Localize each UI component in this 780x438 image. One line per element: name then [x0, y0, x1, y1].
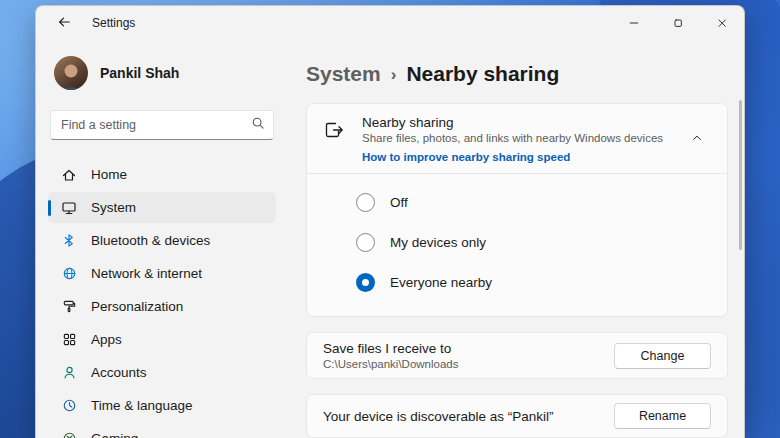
save-files-text: Save files I receive to C:\Users\panki\D…	[323, 341, 459, 370]
titlebar: Settings	[36, 6, 744, 40]
sidebar-item-personalization[interactable]: Personalization	[48, 291, 276, 322]
sidebar-item-system[interactable]: System	[48, 192, 276, 223]
breadcrumb-separator-icon: ›	[391, 65, 397, 85]
setting-title: Your device is discoverable as “Pankil”	[323, 409, 554, 424]
profile-card[interactable]: Pankil Shah	[48, 52, 276, 94]
minimize-button[interactable]	[612, 6, 656, 40]
discoverable-text: Your device is discoverable as “Pankil”	[323, 409, 554, 424]
sidebar-item-label: Personalization	[91, 299, 183, 314]
sidebar-item-label: Home	[91, 167, 127, 182]
nearby-share-icon	[323, 119, 345, 145]
sidebar-item-accounts[interactable]: Accounts	[48, 357, 276, 388]
back-button[interactable]	[50, 11, 78, 35]
chevron-up-icon	[691, 130, 703, 148]
search-icon	[251, 116, 265, 134]
sidebar-item-apps[interactable]: Apps	[48, 324, 276, 355]
nearby-sharing-text: Nearby sharing Share files, photos, and …	[362, 115, 663, 163]
minimize-icon	[628, 17, 640, 29]
sidebar-item-home[interactable]: Home	[48, 159, 276, 190]
device-discoverable-row: Your device is discoverable as “Pankil” …	[306, 394, 728, 438]
maximize-icon	[672, 17, 684, 29]
main-content: System › Nearby sharing	[288, 40, 744, 438]
apps-icon	[61, 332, 77, 348]
sidebar-item-bluetooth-devices[interactable]: Bluetooth & devices	[48, 225, 276, 256]
improve-speed-link[interactable]: How to improve nearby sharing speed	[362, 151, 663, 163]
save-files-row: Save files I receive to C:\Users\panki\D…	[306, 332, 728, 379]
radio-label: Everyone nearby	[390, 275, 492, 290]
change-button[interactable]: Change	[614, 343, 711, 369]
radio-icon-selected[interactable]	[356, 273, 375, 292]
close-button[interactable]	[700, 6, 744, 40]
setting-title: Nearby sharing	[362, 115, 663, 130]
breadcrumb-parent[interactable]: System	[306, 62, 381, 86]
radio-icon[interactable]	[356, 193, 375, 212]
radio-option-off[interactable]: Off	[356, 182, 711, 222]
setting-title: Save files I receive to	[323, 341, 459, 356]
sidebar-item-label: Network & internet	[91, 266, 202, 281]
search-box	[50, 110, 274, 140]
window-title: Settings	[92, 16, 135, 30]
collapse-toggle[interactable]	[683, 125, 711, 153]
user-name: Pankil Shah	[100, 65, 179, 81]
sidebar-item-label: Apps	[91, 332, 122, 347]
sidebar-item-label: Bluetooth & devices	[91, 233, 210, 248]
breadcrumb: System › Nearby sharing	[306, 62, 728, 86]
close-icon	[716, 17, 728, 29]
sharing-mode-options: Off My devices only Everyone nearby	[307, 174, 727, 316]
settings-list: Nearby sharing Share files, photos, and …	[306, 103, 728, 438]
radio-label: My devices only	[390, 235, 486, 250]
search-input[interactable]	[61, 118, 251, 132]
save-path: C:\Users\panki\Downloads	[323, 358, 459, 370]
bluetooth-icon	[61, 233, 77, 249]
sidebar-item-gaming[interactable]: Gaming	[48, 423, 276, 438]
desktop-wallpaper: Settings	[0, 0, 780, 438]
gaming-icon	[61, 431, 77, 438]
page-title: Nearby sharing	[406, 62, 559, 86]
radio-option-my-devices-only[interactable]: My devices only	[356, 222, 711, 262]
system-icon	[61, 200, 77, 216]
sidebar-nav: Home System	[48, 158, 276, 438]
sidebar-item-label: Accounts	[91, 365, 147, 380]
settings-window: Settings	[35, 5, 745, 438]
sidebar: Pankil Shah	[36, 40, 288, 438]
sidebar-item-label: Time & language	[91, 398, 193, 413]
personalization-icon	[61, 299, 77, 315]
scrollbar[interactable]	[739, 100, 742, 250]
sidebar-item-time-language[interactable]: Time & language	[48, 390, 276, 421]
avatar	[54, 56, 88, 90]
nearby-sharing-header[interactable]: Nearby sharing Share files, photos, and …	[307, 104, 727, 173]
setting-description: Share files, photos, and links with near…	[362, 132, 663, 144]
radio-label: Off	[390, 195, 408, 210]
home-icon	[61, 167, 77, 183]
rename-button[interactable]: Rename	[614, 403, 711, 429]
sidebar-item-label: System	[91, 200, 136, 215]
nearby-sharing-card: Nearby sharing Share files, photos, and …	[306, 103, 728, 317]
window-controls	[612, 6, 744, 40]
window-body: Pankil Shah	[36, 40, 744, 438]
time-language-icon	[61, 398, 77, 414]
maximize-button[interactable]	[656, 6, 700, 40]
network-icon	[61, 266, 77, 282]
accounts-icon	[61, 365, 77, 381]
sidebar-item-network-internet[interactable]: Network & internet	[48, 258, 276, 289]
radio-option-everyone-nearby[interactable]: Everyone nearby	[356, 262, 711, 302]
back-arrow-icon	[57, 15, 71, 32]
radio-icon[interactable]	[356, 233, 375, 252]
sidebar-item-label: Gaming	[91, 431, 138, 438]
